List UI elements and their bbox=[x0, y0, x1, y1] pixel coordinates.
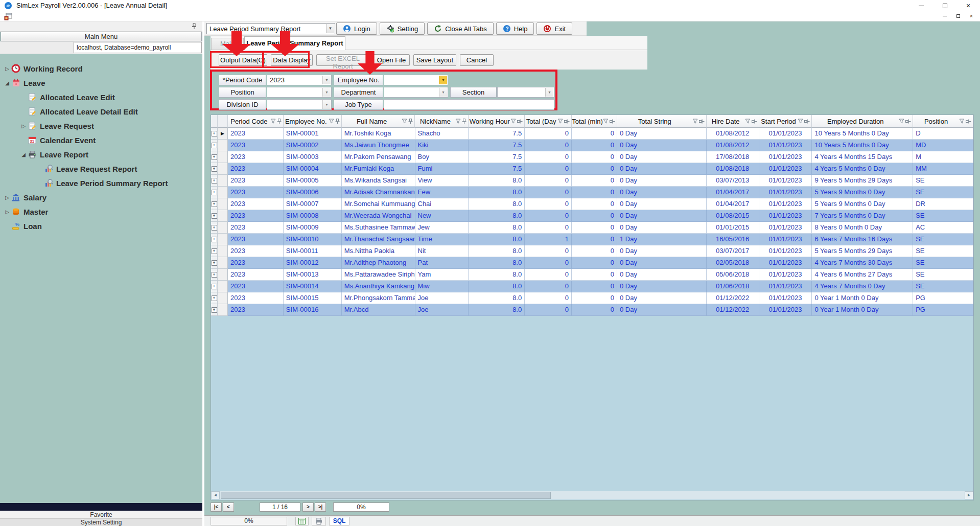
table-cell[interactable]: 05/06/2018 bbox=[707, 269, 759, 281]
table-row[interactable]: +2023SIM-00008Mr.Weerada WongchaiNew8.00… bbox=[211, 210, 973, 222]
help-button[interactable]: ?Help bbox=[496, 22, 534, 35]
chevron-down-icon[interactable]: ▼ bbox=[439, 88, 447, 97]
column-header-total-min[interactable]: Total (min) bbox=[572, 115, 617, 128]
table-cell[interactable]: Pat bbox=[415, 257, 469, 269]
row-selector-cell[interactable] bbox=[218, 234, 228, 245]
table-cell[interactable]: 0 bbox=[525, 245, 572, 257]
sidebar-item-allocated-leave-detail-edit[interactable]: Allocated Leave Detail Edit bbox=[0, 104, 202, 119]
table-cell[interactable]: Boy bbox=[415, 151, 469, 163]
table-cell[interactable]: PG bbox=[913, 292, 973, 304]
table-cell[interactable]: 01/08/2015 bbox=[707, 210, 759, 222]
chevron-down-icon[interactable]: ▼ bbox=[439, 76, 447, 84]
expand-plus-icon[interactable]: + bbox=[212, 154, 217, 160]
table-cell[interactable]: 0 bbox=[525, 269, 572, 281]
pin-horizontal-icon[interactable] bbox=[966, 119, 971, 124]
table-cell[interactable]: Joe bbox=[415, 304, 469, 316]
table-cell[interactable]: 0 Day bbox=[617, 175, 707, 187]
mdi-minimize-button[interactable] bbox=[939, 12, 950, 20]
row-selector-cell[interactable] bbox=[218, 269, 228, 281]
next-page-button[interactable]: > bbox=[302, 502, 314, 512]
row-expand-cell[interactable]: + bbox=[211, 151, 218, 163]
table-cell[interactable]: 01/12/2022 bbox=[707, 304, 759, 316]
table-cell[interactable]: 03/07/2013 bbox=[707, 175, 759, 187]
table-cell[interactable]: 7.5 bbox=[469, 163, 525, 175]
table-cell[interactable]: 4 Years 6 Months 27 Days bbox=[812, 269, 913, 281]
table-cell[interactable]: 4 Years 7 Months 0 Day bbox=[812, 281, 913, 292]
table-row[interactable]: +2023SIM-00012Mr.Adithep PhaotongPat8.00… bbox=[211, 257, 973, 269]
favorite-bar[interactable]: Favorite bbox=[0, 511, 202, 518]
table-cell[interactable]: 0 Day bbox=[617, 245, 707, 257]
table-cell[interactable]: 2023 bbox=[228, 128, 284, 140]
table-cell[interactable]: 0 bbox=[525, 257, 572, 269]
table-cell[interactable]: SIM-00005 bbox=[284, 175, 342, 187]
table-cell[interactable]: Joe bbox=[415, 292, 469, 304]
table-row[interactable]: +2023SIM-00003Mr.Pakorn PensawangBoy7.50… bbox=[211, 151, 973, 163]
table-cell[interactable]: 0 Day bbox=[617, 222, 707, 234]
table-cell[interactable]: 01/01/2023 bbox=[759, 245, 812, 257]
table-cell[interactable]: Time bbox=[415, 234, 469, 245]
active-row-indicator[interactable]: ▶ bbox=[218, 128, 228, 140]
table-cell[interactable]: 0 bbox=[525, 187, 572, 198]
sidebar-item-leave-request[interactable]: ▷Leave Request bbox=[0, 119, 202, 133]
table-row[interactable]: +2023SIM-00002Ms.Jaiwun ThongmeeKiki7.50… bbox=[211, 140, 973, 151]
sidebar-item-master[interactable]: ▷Master bbox=[0, 204, 202, 219]
filter-funnel-icon[interactable] bbox=[745, 119, 751, 124]
table-cell[interactable]: Nit bbox=[415, 245, 469, 257]
tree-expander-icon[interactable]: ◢ bbox=[3, 80, 11, 86]
table-row[interactable]: +2023SIM-00005Ms.Wikanda SangsaiView8.00… bbox=[211, 175, 973, 187]
filter-field-job-type[interactable] bbox=[384, 99, 554, 110]
table-cell[interactable]: Ms.Nittha Paokla bbox=[342, 245, 415, 257]
table-cell[interactable]: 2023 bbox=[228, 304, 284, 316]
column-header-total-day[interactable]: Total (Day bbox=[525, 115, 572, 128]
table-cell[interactable]: 01/01/2023 bbox=[759, 234, 812, 245]
table-cell[interactable]: 7.5 bbox=[469, 140, 525, 151]
table-cell[interactable]: 0 bbox=[572, 281, 617, 292]
filter-funnel-icon[interactable] bbox=[603, 119, 609, 124]
table-cell[interactable]: 0 Day bbox=[617, 198, 707, 210]
table-cell[interactable]: Ms.Ananthiya Kamkang bbox=[342, 281, 415, 292]
table-cell[interactable]: SE bbox=[913, 245, 973, 257]
pin-horizontal-icon[interactable] bbox=[564, 119, 570, 124]
row-expand-cell[interactable]: + bbox=[211, 140, 218, 151]
sidebar-item-salary[interactable]: ▷Salary bbox=[0, 190, 202, 204]
table-cell[interactable]: 03/07/2017 bbox=[707, 245, 759, 257]
table-cell[interactable]: 8.0 bbox=[469, 198, 525, 210]
table-cell[interactable]: 0 Day bbox=[617, 210, 707, 222]
table-cell[interactable]: Ms.Jaiwun Thongmee bbox=[342, 140, 415, 151]
table-cell[interactable]: SE bbox=[913, 281, 973, 292]
row-expand-cell[interactable]: + bbox=[211, 128, 218, 140]
sidebar-item-working-record[interactable]: ▷Working Record bbox=[0, 61, 202, 76]
table-cell[interactable]: Kiki bbox=[415, 140, 469, 151]
table-cell[interactable]: 2023 bbox=[228, 222, 284, 234]
filter-field-section[interactable]: ▼ bbox=[497, 87, 554, 98]
row-selector-cell[interactable] bbox=[218, 175, 228, 187]
table-cell[interactable]: 16/05/2016 bbox=[707, 234, 759, 245]
table-cell[interactable]: 2023 bbox=[228, 234, 284, 245]
table-row[interactable]: +2023SIM-00010Mr.Thanachat SangsaardTime… bbox=[211, 234, 973, 245]
table-cell[interactable]: Mr.Toshiki Koga bbox=[342, 128, 415, 140]
table-cell[interactable]: 0 bbox=[572, 187, 617, 198]
table-cell[interactable]: 0 bbox=[572, 151, 617, 163]
table-cell[interactable]: 0 bbox=[572, 175, 617, 187]
report-selector[interactable]: Leave Period Summary Report ▼ bbox=[206, 23, 335, 34]
expand-plus-icon[interactable]: + bbox=[212, 237, 217, 242]
table-cell[interactable]: 6 Years 7 Months 16 Days bbox=[812, 234, 913, 245]
filter-funnel-icon[interactable] bbox=[557, 119, 563, 124]
row-selector-cell[interactable] bbox=[218, 187, 228, 198]
table-cell[interactable]: 0 Year 1 Month 0 Day bbox=[812, 292, 913, 304]
table-cell[interactable]: 01/01/2023 bbox=[759, 257, 812, 269]
maximize-button[interactable] bbox=[933, 0, 956, 11]
table-cell[interactable]: 0 bbox=[525, 281, 572, 292]
mdi-close-button[interactable]: × bbox=[966, 12, 977, 20]
table-cell[interactable]: 2023 bbox=[228, 151, 284, 163]
filter-funnel-icon[interactable] bbox=[402, 119, 407, 124]
exit-button[interactable]: Exit bbox=[536, 22, 572, 35]
table-cell[interactable]: 2023 bbox=[228, 198, 284, 210]
table-cell[interactable]: SIM-00013 bbox=[284, 269, 342, 281]
table-cell[interactable]: 0 Day bbox=[617, 304, 707, 316]
row-expand-cell[interactable]: + bbox=[211, 292, 218, 304]
close-button[interactable]: × bbox=[956, 0, 980, 11]
table-cell[interactable]: 01/01/2023 bbox=[759, 281, 812, 292]
pin-horizontal-icon[interactable] bbox=[610, 119, 615, 124]
table-cell[interactable]: Few bbox=[415, 187, 469, 198]
